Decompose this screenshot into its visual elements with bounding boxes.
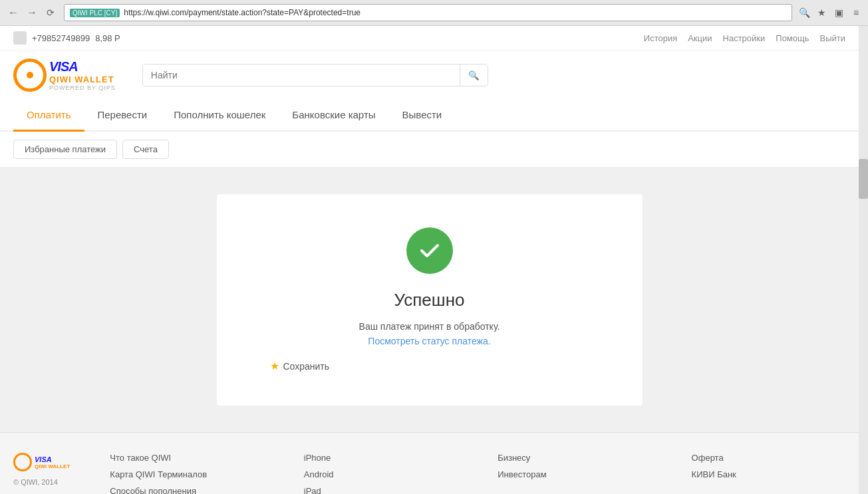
history-link[interactable]: История (644, 33, 677, 43)
top-bar-right[interactable]: История Акции Настройки Помощь Выйти (644, 33, 845, 43)
search-button[interactable]: 🔍 (460, 64, 488, 86)
footer-link-kiwi-bank[interactable]: КИВИ Банк (692, 469, 845, 479)
save-button[interactable]: ★ Сохранить (270, 360, 330, 372)
footer-link-business[interactable]: Бизнесу (498, 453, 651, 463)
footer-link-android[interactable]: Android (304, 469, 458, 479)
footer-inner: VISA QIWI WALLET © QIWI, 2014 Что такое … (13, 453, 845, 494)
nav-tabs[interactable]: Оплатить Перевести Пополнить кошелек Бан… (0, 100, 859, 132)
subtab-favorites[interactable]: Избранные платежи (13, 140, 117, 159)
powered-label: POWERED BY QIPS (49, 84, 116, 91)
tab-perevesti[interactable]: Перевести (84, 100, 161, 132)
logo: VISA QIWI WALLET POWERED BY QIPS (13, 59, 116, 92)
main-content: Успешно Ваш платеж принят в обработку. П… (0, 168, 859, 432)
footer-logo-img: VISA QIWI WALLET (13, 453, 70, 471)
visa-label: VISA (49, 59, 116, 74)
menu-icon[interactable]: ≡ (849, 6, 863, 19)
save-label: Сохранить (283, 361, 330, 372)
browser-nav-buttons[interactable]: ← → ⟳ (5, 5, 59, 21)
logout-link[interactable]: Выйти (820, 33, 846, 43)
tab-oplатить[interactable]: Оплатить (13, 100, 84, 132)
search-input[interactable] (143, 64, 460, 86)
top-bar-left: +79852749899 8,98 Р (13, 31, 120, 45)
footer-col-3: Бизнесу Инвесторам (498, 453, 651, 494)
success-card: Успешно Ваш платеж принят в обработку. П… (217, 194, 643, 406)
footer-logo: VISA QIWI WALLET © QIWI, 2014 (13, 453, 70, 494)
tab-popolnit[interactable]: Пополнить кошелек (160, 100, 279, 132)
refresh-button[interactable]: ⟳ (43, 5, 59, 21)
promotions-link[interactable]: Акции (688, 33, 712, 43)
qiwi-logo: VISA QIWI WALLET POWERED BY QIPS (13, 59, 116, 92)
logo-text: VISA QIWI WALLET POWERED BY QIPS (49, 59, 116, 91)
page-wrapper: +79852749899 8,98 Р История Акции Настро… (0, 26, 868, 494)
phone-number: +79852749899 (32, 33, 90, 43)
footer-col-1: Что такое QIWI Карта QIWI Терминалов Спо… (110, 453, 263, 494)
success-subtitle: Ваш платеж принят в обработку. (270, 321, 589, 332)
footer-link-what-is-qiwi[interactable]: Что такое QIWI (110, 453, 263, 463)
settings-link[interactable]: Настройки (723, 33, 766, 43)
logo-circle-inner (27, 72, 33, 78)
forward-button[interactable]: → (24, 5, 40, 21)
secure-badge: QIWI PLC [CY] (70, 9, 120, 17)
scrollbar[interactable] (859, 26, 868, 494)
footer-link-investors[interactable]: Инвесторам (498, 469, 651, 479)
help-link[interactable]: Помощь (776, 33, 809, 43)
tab-vyvesti[interactable]: Вывести (389, 100, 456, 132)
footer: VISA QIWI WALLET © QIWI, 2014 Что такое … (0, 432, 859, 494)
success-title: Успешно (270, 290, 589, 310)
footer-copyright: © QIWI, 2014 (13, 478, 70, 486)
footer-col-4: Оферта КИВИ Банк (692, 453, 845, 494)
star-icon: ★ (270, 360, 279, 372)
success-icon (406, 227, 453, 274)
logo-circle (13, 59, 47, 92)
top-bar: +79852749899 8,98 Р История Акции Настро… (0, 26, 859, 51)
footer-link-iphone[interactable]: iPhone (304, 453, 458, 463)
search-icon[interactable]: 🔍 (797, 6, 811, 19)
subtab-accounts[interactable]: Счета (122, 140, 169, 159)
phone-icon (13, 31, 27, 45)
address-text: https://w.qiwi.com/payment/state.action?… (124, 8, 786, 17)
footer-link-ipad[interactable]: iPad (304, 486, 458, 494)
scrollbar-thumb[interactable] (859, 159, 868, 199)
footer-qiwi: QIWI WALLET (35, 463, 70, 469)
logo-search-area: VISA QIWI WALLET POWERED BY QIPS 🔍 (0, 51, 859, 100)
sub-tabs[interactable]: Избранные платежи Счета (0, 132, 859, 168)
footer-link-terminals[interactable]: Карта QIWI Терминалов (110, 469, 263, 479)
address-bar[interactable]: QIWI PLC [CY] https://w.qiwi.com/payment… (64, 4, 792, 21)
qiwi-wallet-label: QIWI WALLET (49, 74, 116, 84)
browser-icons: 🔍 ★ ▣ ≡ (797, 6, 863, 19)
footer-visa: VISA (35, 455, 70, 463)
search-bar[interactable]: 🔍 (142, 64, 488, 86)
browser-chrome: ← → ⟳ QIWI PLC [CY] https://w.qiwi.com/p… (0, 0, 868, 26)
extension-icon[interactable]: ▣ (832, 6, 845, 19)
footer-link-oferta[interactable]: Оферта (692, 453, 845, 463)
star-icon[interactable]: ★ (815, 6, 828, 19)
footer-col-2: iPhone Android iPad Windows Phone Другие… (304, 453, 458, 494)
tab-bankovskie[interactable]: Банковские карты (279, 100, 388, 132)
footer-link-replenishment[interactable]: Способы пополнения (110, 486, 263, 494)
footer-circle (13, 453, 32, 471)
footer-logo-text: VISA QIWI WALLET (35, 455, 70, 469)
balance: 8,98 Р (95, 33, 120, 43)
page-content: +79852749899 8,98 Р История Акции Настро… (0, 26, 859, 494)
back-button[interactable]: ← (5, 5, 21, 21)
payment-status-link[interactable]: Посмотреть статус платежа. (368, 336, 490, 346)
